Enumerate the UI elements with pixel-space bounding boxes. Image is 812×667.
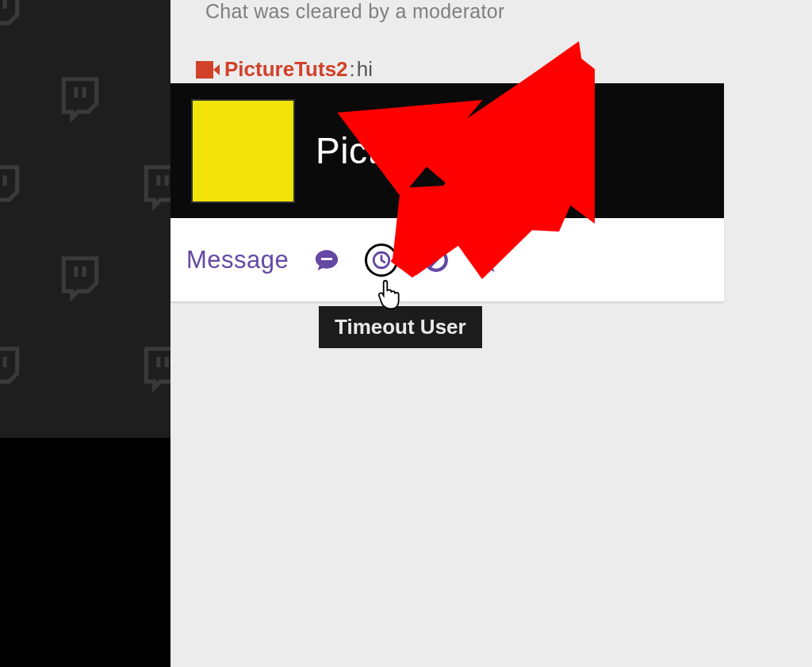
chat-message: PictureTuts2 : hi (196, 57, 373, 82)
user-display-name: Picture (316, 129, 432, 172)
whisper-icon[interactable] (311, 244, 343, 276)
user-card: Picture Message (170, 83, 724, 301)
twitch-logo-icon (0, 343, 25, 392)
chat-message-text: hi (357, 57, 373, 82)
svg-rect-0 (321, 258, 332, 260)
twitch-logo-icon (56, 252, 105, 301)
user-card-actions: Message (170, 218, 724, 301)
broadcaster-badge-icon (196, 58, 220, 82)
timeout-user-button[interactable] (365, 243, 398, 277)
ban-user-button[interactable] (420, 244, 452, 276)
twitch-logo-icon (0, 0, 25, 33)
twitch-logo-icon (0, 161, 25, 210)
user-card-header: Picture (170, 83, 724, 218)
chat-username[interactable]: PictureTuts2 (224, 57, 348, 82)
sidebar-bottom (0, 438, 170, 667)
twitch-logo-icon (56, 73, 105, 122)
sidebar (0, 0, 170, 438)
svg-line-3 (430, 253, 443, 266)
mod-user-button[interactable] (474, 244, 506, 276)
chat-separator: : (350, 57, 355, 82)
message-button[interactable]: Message (186, 246, 289, 274)
avatar[interactable] (191, 99, 295, 203)
tooltip-timeout-user: Timeout User (319, 306, 482, 348)
chat-notice: Chat was cleared by a moderator (205, 0, 505, 23)
